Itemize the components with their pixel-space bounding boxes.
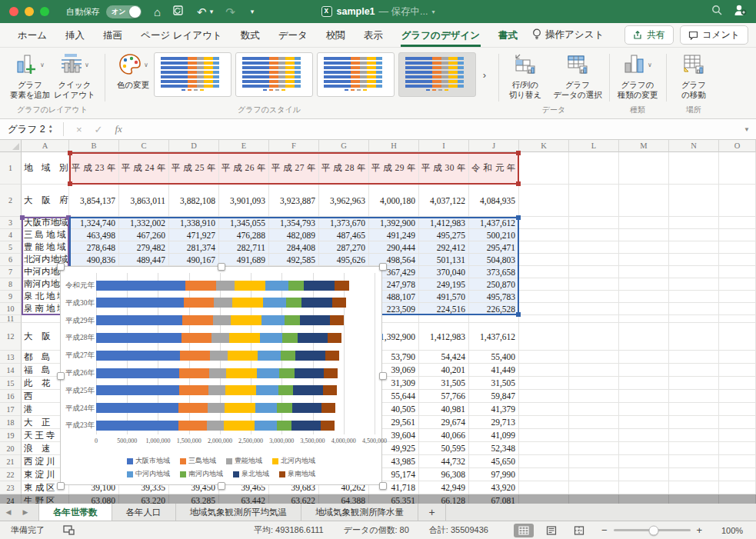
cell[interactable] <box>669 254 719 266</box>
column-header[interactable]: A <box>22 140 69 152</box>
cell[interactable]: 生 野 区 <box>22 494 69 504</box>
row-header[interactable]: 15 <box>0 377 22 390</box>
cell[interactable] <box>569 377 619 390</box>
cell[interactable] <box>519 403 569 416</box>
column-header[interactable]: N <box>669 140 719 152</box>
cell[interactable]: 50,595 <box>419 442 469 455</box>
quick-layout-button[interactable]: ∨ クイック レイアウト <box>51 52 98 100</box>
cell[interactable]: 495,275 <box>419 229 469 241</box>
cell[interactable]: 490,836 <box>69 254 119 266</box>
cell[interactable] <box>569 185 619 217</box>
cell[interactable]: 59,847 <box>469 390 519 403</box>
tab-assist[interactable]: 操作アシスト <box>532 28 604 42</box>
cell[interactable] <box>569 323 619 351</box>
column-header[interactable]: H <box>369 140 419 152</box>
ribbon-tab[interactable]: データ <box>278 24 308 47</box>
row-header[interactable]: 3 <box>0 217 22 229</box>
cell[interactable] <box>719 455 756 468</box>
cell[interactable]: 平 成 30 年 <box>419 152 469 185</box>
cell[interactable] <box>669 217 719 229</box>
sheet-tab[interactable]: 各年人口 <box>112 504 176 521</box>
cell[interactable] <box>569 494 619 504</box>
cell[interactable] <box>719 403 756 416</box>
sheet-nav-left-icon[interactable]: ◀ <box>0 504 17 521</box>
cell[interactable] <box>619 323 669 351</box>
column-header[interactable]: F <box>269 140 319 152</box>
row-header[interactable]: 20 <box>0 442 22 455</box>
close-button[interactable] <box>9 7 18 16</box>
cell[interactable]: 31,505 <box>469 377 519 390</box>
cell[interactable] <box>669 315 719 323</box>
save-sync-icon[interactable] <box>173 5 185 18</box>
cell[interactable]: 40,981 <box>419 403 469 416</box>
minimize-button[interactable] <box>25 7 34 16</box>
cell[interactable]: 平 成 29 年 <box>369 152 419 185</box>
zoom-slider[interactable] <box>614 529 691 531</box>
cell[interactable]: 495,783 <box>469 291 519 303</box>
chart-style-thumbnail-2[interactable] <box>235 52 313 97</box>
cell[interactable] <box>519 364 569 377</box>
cell[interactable] <box>619 390 669 403</box>
cell[interactable] <box>519 241 569 254</box>
name-box[interactable]: グラフ 2 ▲▼ <box>0 119 60 139</box>
cell[interactable]: 63,622 <box>269 494 319 504</box>
cell[interactable]: 1,437,612 <box>469 217 519 229</box>
cell[interactable]: 55,400 <box>469 351 519 364</box>
cell[interactable] <box>519 442 569 455</box>
cell[interactable]: 482,089 <box>269 229 319 241</box>
cell[interactable] <box>519 481 569 494</box>
cell[interactable] <box>719 278 756 291</box>
row-header[interactable]: 9 <box>0 291 22 303</box>
ribbon-tab[interactable]: 書式 <box>498 24 518 47</box>
switch-row-column-button[interactable]: 行/列の 切り替え <box>501 52 549 100</box>
row-header[interactable]: 10 <box>0 303 22 315</box>
cell[interactable] <box>619 351 669 364</box>
row-header[interactable]: 13 <box>0 351 22 364</box>
cell[interactable] <box>719 442 756 455</box>
cell[interactable] <box>669 185 719 217</box>
cell[interactable]: 284,408 <box>269 241 319 254</box>
cell[interactable]: 3,854,137 <box>69 185 119 217</box>
cell[interactable] <box>619 364 669 377</box>
cell[interactable] <box>619 278 669 291</box>
cell[interactable] <box>719 416 756 429</box>
cell[interactable]: 65,351 <box>369 494 419 504</box>
cell[interactable] <box>719 351 756 364</box>
cell[interactable]: 471,927 <box>169 229 219 241</box>
cell[interactable]: 491,249 <box>369 229 419 241</box>
cell[interactable] <box>669 351 719 364</box>
cell[interactable] <box>669 390 719 403</box>
cell[interactable] <box>719 266 756 278</box>
cell[interactable] <box>519 390 569 403</box>
cell[interactable] <box>669 468 719 481</box>
cell[interactable]: 3,923,887 <box>269 185 319 217</box>
name-box-stepper[interactable]: ▲▼ <box>48 124 53 134</box>
select-data-button[interactable]: グラフ データの選択 <box>551 52 604 100</box>
cell[interactable] <box>669 229 719 241</box>
cell[interactable] <box>519 303 569 315</box>
cell[interactable]: 豊 能 地 域 <box>22 241 69 254</box>
change-chart-type-button[interactable]: ∨ グラフの 種類の変更 <box>612 52 663 100</box>
chart-resize-handle[interactable] <box>218 482 225 490</box>
cell[interactable] <box>519 229 569 241</box>
cell[interactable] <box>569 291 619 303</box>
cell[interactable] <box>519 494 569 504</box>
cell[interactable] <box>569 481 619 494</box>
cell[interactable] <box>619 152 669 185</box>
selection-mode-icon[interactable] <box>63 525 75 535</box>
cell[interactable] <box>669 442 719 455</box>
cell[interactable]: 4,037,122 <box>419 185 469 217</box>
cell[interactable] <box>619 481 669 494</box>
row-header[interactable]: 6 <box>0 254 22 266</box>
cell[interactable] <box>619 403 669 416</box>
cell[interactable] <box>719 390 756 403</box>
cell[interactable] <box>719 481 756 494</box>
chart-resize-handle[interactable] <box>379 263 387 271</box>
cell[interactable] <box>719 364 756 377</box>
cell[interactable]: 463,498 <box>69 229 119 241</box>
cell[interactable]: 489,447 <box>119 254 169 266</box>
cell[interactable]: 292,412 <box>419 241 469 254</box>
row-header[interactable]: 5 <box>0 241 22 254</box>
column-header[interactable]: E <box>219 140 269 152</box>
cell[interactable] <box>419 315 469 323</box>
